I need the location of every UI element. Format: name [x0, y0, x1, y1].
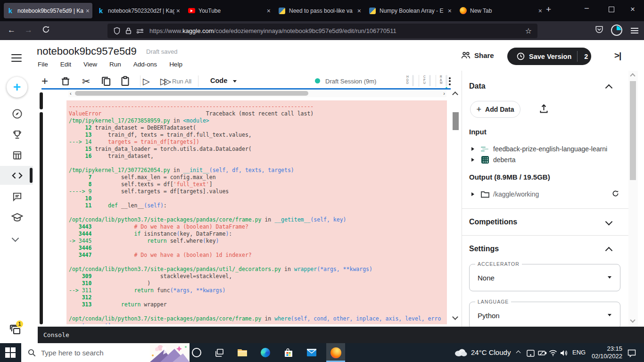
window-restore-button[interactable] [609, 7, 614, 12]
tab-close-icon[interactable]: × [267, 7, 271, 15]
cell-gutter-handle[interactable] [40, 92, 43, 109]
ms-store-icon[interactable] [283, 347, 294, 358]
language-indicator[interactable]: ENG [572, 349, 586, 356]
menu-run[interactable]: Run [109, 61, 121, 68]
weather-cloud-icon[interactable] [454, 348, 467, 357]
browser-tab-6[interactable]: New Tab × [456, 3, 545, 18]
tracking-shield-icon[interactable] [113, 27, 121, 35]
settings-collapse-chevron[interactable] [605, 247, 613, 255]
browser-tab-2[interactable]: k notebook7502320d2f | Kag × [94, 3, 183, 18]
menu-edit[interactable]: Edit [60, 61, 71, 68]
input-model-item[interactable]: deberta [493, 156, 515, 164]
sidebar-scroll-up[interactable] [630, 73, 635, 78]
accelerator-select[interactable]: ACCELERATOR None [469, 264, 620, 291]
tab-close-icon[interactable]: × [448, 7, 452, 15]
menu-file[interactable]: File [38, 61, 48, 68]
tab-close-icon[interactable]: × [538, 7, 542, 15]
run-all-label[interactable]: Run All [172, 78, 191, 85]
new-tab-button[interactable]: + [546, 4, 551, 15]
tray-tablet-icon[interactable] [525, 347, 536, 359]
run-cell-icon[interactable]: ▷ [143, 76, 150, 87]
start-button[interactable] [5, 347, 16, 358]
bookmark-star-icon[interactable]: ☆ [525, 26, 532, 35]
back-button[interactable]: ← [8, 25, 16, 35]
add-data-button[interactable]: + Add Data [470, 101, 520, 118]
notebook-title[interactable]: notebook9bc957e5d9 [37, 45, 137, 58]
cortana-icon[interactable] [191, 347, 202, 358]
permissions-icon[interactable] [136, 28, 144, 34]
browser-tab-4[interactable]: Need to pass bool-like va × [275, 3, 364, 18]
mail-icon[interactable] [306, 347, 317, 358]
home-compass-icon[interactable] [12, 108, 23, 119]
console-bar[interactable]: Console [38, 327, 644, 343]
sidebar-scroll-down[interactable] [630, 317, 635, 322]
kaggle-menu-icon[interactable] [11, 52, 22, 64]
data-collapse-chevron[interactable] [605, 84, 613, 92]
sidebar-scroll-thumb[interactable] [630, 81, 636, 180]
vscroll-down-arrow[interactable] [452, 314, 458, 320]
console-windows-icon[interactable]: 1 [9, 324, 22, 336]
vscroll-up-arrow[interactable] [452, 91, 458, 98]
cell-gutter-bar[interactable] [40, 112, 43, 324]
tree-expand-caret[interactable] [471, 192, 474, 196]
browser-tab-3[interactable]: YouTube × [185, 3, 273, 18]
tab-close-icon[interactable]: × [176, 7, 180, 15]
scroll-right-arrow[interactable]: › [443, 90, 445, 96]
paste-cell-icon[interactable] [121, 76, 130, 86]
share-button[interactable]: Share [461, 51, 494, 59]
menu-addons[interactable]: Add-ons [133, 61, 157, 68]
hscroll-thumb[interactable] [75, 91, 308, 96]
edge-icon[interactable] [260, 347, 271, 358]
code-icon[interactable] [12, 171, 23, 181]
rail-more-chevron-icon[interactable] [13, 234, 18, 243]
lock-icon[interactable] [125, 27, 132, 34]
refresh-output-icon[interactable] [612, 190, 619, 197]
forward-button[interactable]: → [25, 25, 33, 35]
scroll-left-arrow[interactable]: ‹ [70, 90, 72, 96]
horizontal-scrollbar[interactable]: ‹ › [68, 90, 446, 97]
vscroll-thumb[interactable] [453, 112, 459, 130]
url-bar[interactable]: https://www.kaggle.com/code/edoziemenyin… [107, 24, 537, 38]
delete-cell-icon[interactable] [61, 76, 70, 86]
cut-cell-icon[interactable]: ✂ [82, 76, 91, 87]
browser-tab-1[interactable]: k notebook9bc957e5d9 | Ka × [4, 3, 92, 18]
competitions-expand-chevron[interactable] [605, 218, 613, 226]
notebook-vscrollbar[interactable] [451, 90, 461, 325]
sidebar-scrollbar[interactable] [628, 71, 638, 327]
run-all-icon[interactable]: ▷▷ [160, 76, 168, 87]
input-dataset-item[interactable]: feedback-prize-english-language-learni [493, 145, 619, 153]
window-minimize-button[interactable]: – [585, 4, 589, 12]
tray-volume-icon[interactable] [558, 347, 570, 359]
firefox-taskbar-icon[interactable] [330, 347, 341, 358]
taskbar-search-box[interactable]: Type here to search [21, 343, 190, 362]
cell-type-dropdown[interactable]: Code [210, 77, 227, 84]
version-count[interactable]: 2 [584, 53, 588, 60]
file-explorer-icon[interactable] [237, 347, 248, 358]
tab-close-icon[interactable]: × [357, 7, 361, 15]
tray-battery-icon[interactable] [537, 347, 548, 359]
weather-label[interactable]: 24°C Cloudy [471, 348, 511, 356]
menu-help[interactable]: Help [169, 61, 182, 68]
profile-avatar[interactable] [611, 25, 622, 36]
tray-expand-chevron[interactable] [516, 351, 521, 355]
copy-cell-icon[interactable] [101, 76, 111, 86]
tray-wifi-icon[interactable] [547, 347, 559, 359]
toolbar-kebab-icon[interactable] [449, 76, 451, 86]
pocket-icon[interactable] [595, 25, 603, 34]
reload-button[interactable] [42, 25, 50, 33]
create-button[interactable]: + [7, 77, 27, 98]
cell-type-caret-icon[interactable] [233, 80, 237, 82]
discussions-icon[interactable] [12, 191, 23, 202]
datasets-grid-icon[interactable] [12, 150, 23, 161]
browser-tab-5[interactable]: Numpy Boolean Array - E × [366, 3, 454, 18]
upload-data-icon[interactable] [539, 104, 548, 114]
save-version-button[interactable]: Save Version 2 [507, 48, 591, 65]
learn-gradcap-icon[interactable] [11, 212, 23, 223]
window-close-button[interactable]: × [630, 5, 635, 14]
notification-center-icon[interactable] [626, 347, 637, 359]
language-select[interactable]: LANGUAGE Python [469, 302, 620, 327]
competitions-trophy-icon[interactable] [12, 129, 23, 140]
collapse-panel-icon[interactable]: >| [614, 50, 621, 61]
taskbar-clock[interactable]: 23:15 02/10/2022 [590, 345, 622, 360]
task-view-icon[interactable] [214, 347, 225, 358]
